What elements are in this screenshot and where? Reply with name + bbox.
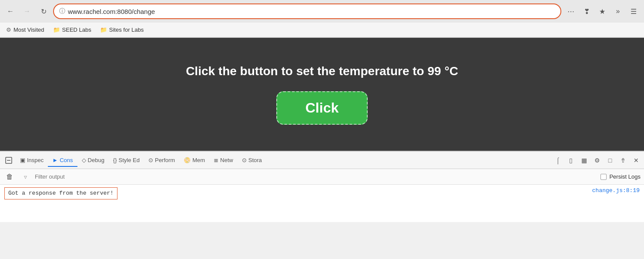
persist-logs-label: Persist Logs bbox=[609, 173, 641, 180]
console-message: Got a response from the server! bbox=[4, 187, 117, 199]
performance-icon: ⊙ bbox=[148, 157, 153, 163]
filter-icon-button[interactable]: ▿ bbox=[19, 171, 31, 183]
menu-button[interactable]: ☰ bbox=[627, 4, 641, 18]
split-horizontal-icon-btn[interactable]: ⌠ bbox=[552, 154, 564, 166]
devtools-console: Got a response from the server! change.j… bbox=[0, 185, 644, 222]
sites-for-labs-label: Sites for Labs bbox=[109, 27, 144, 33]
tab-debugger[interactable]: ◇ Debug bbox=[77, 154, 109, 167]
info-icon: ⓘ bbox=[59, 7, 65, 15]
nav-right-buttons: ⋯ ❣ ★ » ☰ bbox=[564, 4, 641, 18]
sites-for-labs-bookmark[interactable]: 📁 Sites for Labs bbox=[98, 26, 146, 34]
tab-network[interactable]: ≣ Netw bbox=[209, 154, 238, 167]
tab-memory[interactable]: 📀 Mem bbox=[179, 154, 209, 167]
responsive-icon-btn[interactable]: ▦ bbox=[578, 154, 590, 166]
most-visited-label: Most Visited bbox=[13, 27, 44, 33]
forward-button[interactable]: → bbox=[20, 4, 34, 18]
pick-element-button[interactable] bbox=[2, 153, 16, 167]
undock-icon-btn[interactable]: □ bbox=[604, 154, 616, 166]
settings-icon-btn[interactable]: ⚙ bbox=[591, 154, 603, 166]
pocket-button[interactable]: ❣ bbox=[580, 4, 594, 18]
back-button[interactable]: ← bbox=[3, 4, 17, 18]
tab-style-editor[interactable]: {} Style Ed bbox=[109, 154, 144, 167]
console-source[interactable]: change.js:8:19 bbox=[592, 187, 640, 194]
folder-icon-2: 📁 bbox=[100, 27, 107, 33]
clear-console-button[interactable]: 🗑 bbox=[3, 171, 16, 183]
devtools-panel: ▣ Inspec ► Cons ◇ Debug {} Style Ed ⊙ Pe… bbox=[0, 151, 644, 222]
devtools-toolbar: 🗑 ▿ Persist Logs bbox=[0, 169, 644, 185]
browser-chrome: ← → ↻ ⓘ ⋯ ❣ ★ » ☰ ⚙ Most Visited 📁 SEED … bbox=[0, 0, 644, 38]
tab-performance[interactable]: ⊙ Perform bbox=[144, 154, 179, 167]
gear-icon: ⚙ bbox=[6, 27, 11, 33]
page-heading: Click the button to set the temperature … bbox=[186, 64, 458, 78]
page-content: Click the button to set the temperature … bbox=[0, 38, 644, 151]
bookmarks-bar: ⚙ Most Visited 📁 SEED Labs 📁 Sites for L… bbox=[0, 23, 644, 37]
persist-logs-area: Persist Logs bbox=[600, 173, 641, 180]
close-devtools-button[interactable]: ✕ bbox=[630, 154, 642, 166]
tab-inspector[interactable]: ▣ Inspec bbox=[16, 154, 48, 167]
nav-bar: ← → ↻ ⓘ ⋯ ❣ ★ » ☰ bbox=[0, 0, 644, 23]
seed-labs-bookmark[interactable]: 📁 SEED Labs bbox=[51, 26, 93, 34]
tab-storage[interactable]: ⊙ Stora bbox=[238, 154, 266, 167]
most-visited-bookmark[interactable]: ⚙ Most Visited bbox=[4, 26, 46, 34]
persist-logs-checkbox[interactable] bbox=[600, 174, 607, 180]
memory-icon: 📀 bbox=[184, 157, 191, 163]
devtools-tabs: ▣ Inspec ► Cons ◇ Debug {} Style Ed ⊙ Pe… bbox=[0, 152, 644, 169]
style-editor-icon: {} bbox=[113, 157, 117, 163]
seed-labs-label: SEED Labs bbox=[62, 27, 91, 33]
bookmark-button[interactable]: ★ bbox=[595, 4, 609, 18]
pick-icon bbox=[5, 157, 12, 164]
reload-button[interactable]: ↻ bbox=[37, 4, 50, 18]
devtools-right-icons: ⌠ ▯ ▦ ⚙ □ ⇮ ✕ bbox=[552, 154, 642, 166]
more-button[interactable]: ⋯ bbox=[564, 4, 578, 18]
dock-icon-btn[interactable]: ⇮ bbox=[617, 154, 629, 166]
tab-console[interactable]: ► Cons bbox=[48, 154, 77, 167]
storage-icon: ⊙ bbox=[242, 157, 247, 163]
address-bar-container: ⓘ bbox=[53, 3, 561, 19]
debugger-icon: ◇ bbox=[82, 157, 86, 163]
folder-icon: 📁 bbox=[53, 27, 60, 33]
network-icon: ≣ bbox=[214, 157, 218, 163]
chevron-right-button[interactable]: » bbox=[611, 4, 625, 18]
inspector-icon: ▣ bbox=[20, 157, 25, 163]
click-button[interactable]: Click bbox=[276, 91, 368, 125]
address-input[interactable] bbox=[68, 8, 555, 15]
split-vertical-icon-btn[interactable]: ▯ bbox=[565, 154, 577, 166]
console-icon: ► bbox=[52, 157, 58, 163]
filter-input[interactable] bbox=[35, 173, 597, 180]
